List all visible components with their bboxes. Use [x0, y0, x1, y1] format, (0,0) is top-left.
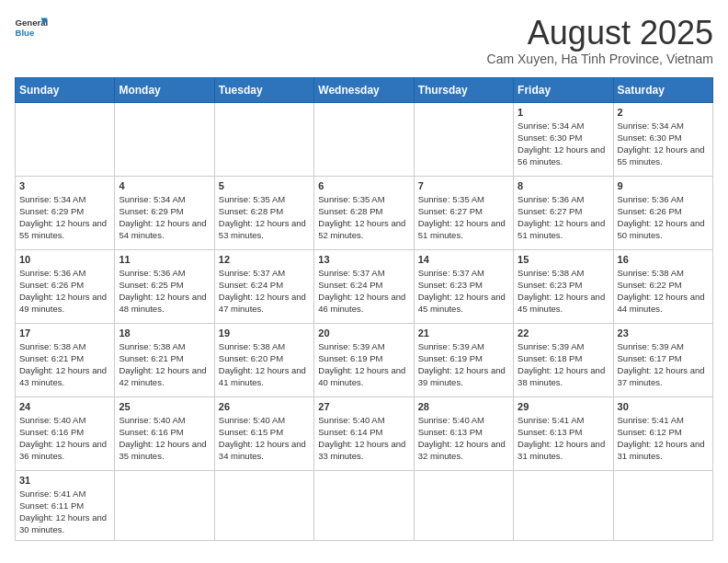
- calendar-cell: 11Sunrise: 5:36 AM Sunset: 6:25 PM Dayli…: [115, 249, 214, 323]
- day-number: 24: [19, 401, 110, 412]
- calendar-cell: [115, 470, 214, 540]
- logo-icon: General Blue: [15, 15, 48, 40]
- calendar-cell: 14Sunrise: 5:37 AM Sunset: 6:23 PM Dayli…: [414, 249, 513, 323]
- weekday-header-row: SundayMondayTuesdayWednesdayThursdayFrid…: [16, 77, 713, 102]
- calendar-title: August 2025: [487, 15, 713, 52]
- calendar-cell: 13Sunrise: 5:37 AM Sunset: 6:24 PM Dayli…: [314, 249, 414, 323]
- day-number: 21: [418, 327, 509, 339]
- day-number: 22: [518, 327, 609, 339]
- calendar-cell: 16Sunrise: 5:38 AM Sunset: 6:22 PM Dayli…: [613, 249, 712, 323]
- calendar-cell: 30Sunrise: 5:41 AM Sunset: 6:12 PM Dayli…: [613, 396, 712, 470]
- day-info: Sunrise: 5:37 AM Sunset: 6:24 PM Dayligh…: [318, 267, 409, 316]
- calendar-cell: 28Sunrise: 5:40 AM Sunset: 6:13 PM Dayli…: [414, 396, 513, 470]
- day-number: 13: [318, 254, 409, 265]
- weekday-header-wednesday: Wednesday: [314, 77, 414, 102]
- calendar-cell: 31Sunrise: 5:41 AM Sunset: 6:11 PM Dayli…: [16, 470, 115, 540]
- calendar-cell: 29Sunrise: 5:41 AM Sunset: 6:13 PM Dayli…: [514, 396, 613, 470]
- day-info: Sunrise: 5:41 AM Sunset: 6:12 PM Dayligh…: [618, 414, 709, 463]
- day-info: Sunrise: 5:38 AM Sunset: 6:22 PM Dayligh…: [618, 267, 709, 316]
- day-info: Sunrise: 5:40 AM Sunset: 6:16 PM Dayligh…: [119, 414, 210, 463]
- day-info: Sunrise: 5:38 AM Sunset: 6:23 PM Dayligh…: [518, 267, 609, 316]
- weekday-header-tuesday: Tuesday: [214, 77, 313, 102]
- day-info: Sunrise: 5:41 AM Sunset: 6:13 PM Dayligh…: [518, 414, 609, 463]
- week-row-5: 24Sunrise: 5:40 AM Sunset: 6:16 PM Dayli…: [16, 396, 713, 470]
- calendar-cell: 8Sunrise: 5:36 AM Sunset: 6:27 PM Daylig…: [514, 176, 613, 249]
- calendar-cell: 26Sunrise: 5:40 AM Sunset: 6:15 PM Dayli…: [214, 396, 313, 470]
- day-number: 28: [418, 401, 509, 412]
- day-info: Sunrise: 5:38 AM Sunset: 6:21 PM Dayligh…: [119, 340, 210, 389]
- calendar-cell: [115, 102, 214, 176]
- calendar-cell: [414, 102, 513, 176]
- day-number: 17: [19, 327, 110, 339]
- calendar-cell: 6Sunrise: 5:35 AM Sunset: 6:28 PM Daylig…: [314, 176, 414, 249]
- day-number: 19: [219, 327, 310, 339]
- day-number: 15: [518, 254, 609, 265]
- day-info: Sunrise: 5:36 AM Sunset: 6:25 PM Dayligh…: [119, 267, 210, 316]
- day-info: Sunrise: 5:34 AM Sunset: 6:29 PM Dayligh…: [119, 193, 210, 242]
- day-number: 25: [119, 401, 210, 412]
- calendar-cell: 21Sunrise: 5:39 AM Sunset: 6:19 PM Dayli…: [414, 323, 513, 396]
- day-number: 3: [19, 180, 110, 191]
- day-info: Sunrise: 5:35 AM Sunset: 6:27 PM Dayligh…: [418, 193, 509, 242]
- title-section: August 2025 Cam Xuyen, Ha Tinh Province,…: [487, 15, 713, 66]
- week-row-6: 31Sunrise: 5:41 AM Sunset: 6:11 PM Dayli…: [16, 470, 713, 540]
- calendar-table: SundayMondayTuesdayWednesdayThursdayFrid…: [15, 77, 713, 541]
- day-number: 9: [618, 180, 709, 191]
- day-number: 14: [418, 254, 509, 265]
- day-number: 1: [518, 107, 609, 118]
- calendar-cell: 4Sunrise: 5:34 AM Sunset: 6:29 PM Daylig…: [115, 176, 214, 249]
- day-info: Sunrise: 5:36 AM Sunset: 6:27 PM Dayligh…: [518, 193, 609, 242]
- day-number: 29: [518, 401, 609, 412]
- day-number: 11: [119, 254, 210, 265]
- day-number: 12: [219, 254, 310, 265]
- day-info: Sunrise: 5:37 AM Sunset: 6:24 PM Dayligh…: [219, 267, 310, 316]
- day-number: 7: [418, 180, 509, 191]
- day-info: Sunrise: 5:37 AM Sunset: 6:23 PM Dayligh…: [418, 267, 509, 316]
- calendar-cell: 9Sunrise: 5:36 AM Sunset: 6:26 PM Daylig…: [613, 176, 712, 249]
- calendar-cell: [214, 102, 313, 176]
- page-header: General Blue August 2025 Cam Xuyen, Ha T…: [15, 15, 713, 66]
- calendar-cell: [613, 470, 712, 540]
- calendar-cell: 7Sunrise: 5:35 AM Sunset: 6:27 PM Daylig…: [414, 176, 513, 249]
- day-info: Sunrise: 5:35 AM Sunset: 6:28 PM Dayligh…: [318, 193, 409, 242]
- calendar-cell: 18Sunrise: 5:38 AM Sunset: 6:21 PM Dayli…: [115, 323, 214, 396]
- weekday-header-saturday: Saturday: [613, 77, 712, 102]
- day-info: Sunrise: 5:40 AM Sunset: 6:14 PM Dayligh…: [318, 414, 409, 463]
- logo: General Blue: [15, 15, 48, 40]
- day-number: 2: [618, 107, 709, 118]
- calendar-cell: 25Sunrise: 5:40 AM Sunset: 6:16 PM Dayli…: [115, 396, 214, 470]
- day-number: 23: [618, 327, 709, 339]
- day-number: 30: [618, 401, 709, 412]
- day-info: Sunrise: 5:36 AM Sunset: 6:26 PM Dayligh…: [19, 267, 110, 316]
- week-row-3: 10Sunrise: 5:36 AM Sunset: 6:26 PM Dayli…: [16, 249, 713, 323]
- day-info: Sunrise: 5:34 AM Sunset: 6:30 PM Dayligh…: [518, 120, 609, 168]
- calendar-cell: 1Sunrise: 5:34 AM Sunset: 6:30 PM Daylig…: [514, 102, 613, 176]
- weekday-header-friday: Friday: [514, 77, 613, 102]
- day-info: Sunrise: 5:40 AM Sunset: 6:13 PM Dayligh…: [418, 414, 509, 463]
- day-number: 26: [219, 401, 310, 412]
- calendar-cell: 24Sunrise: 5:40 AM Sunset: 6:16 PM Dayli…: [16, 396, 115, 470]
- calendar-cell: 12Sunrise: 5:37 AM Sunset: 6:24 PM Dayli…: [214, 249, 313, 323]
- day-number: 27: [318, 401, 409, 412]
- day-info: Sunrise: 5:39 AM Sunset: 6:17 PM Dayligh…: [618, 340, 709, 389]
- weekday-header-sunday: Sunday: [16, 77, 115, 102]
- weekday-header-monday: Monday: [115, 77, 214, 102]
- day-info: Sunrise: 5:39 AM Sunset: 6:19 PM Dayligh…: [418, 340, 509, 389]
- day-info: Sunrise: 5:40 AM Sunset: 6:16 PM Dayligh…: [19, 414, 110, 463]
- day-number: 18: [119, 327, 210, 339]
- day-number: 5: [219, 180, 310, 191]
- day-info: Sunrise: 5:34 AM Sunset: 6:29 PM Dayligh…: [19, 193, 110, 242]
- calendar-subtitle: Cam Xuyen, Ha Tinh Province, Vietnam: [487, 52, 713, 66]
- calendar-cell: [414, 470, 513, 540]
- calendar-cell: 3Sunrise: 5:34 AM Sunset: 6:29 PM Daylig…: [16, 176, 115, 249]
- day-info: Sunrise: 5:41 AM Sunset: 6:11 PM Dayligh…: [19, 488, 110, 536]
- calendar-cell: [214, 470, 313, 540]
- calendar-cell: 22Sunrise: 5:39 AM Sunset: 6:18 PM Dayli…: [514, 323, 613, 396]
- day-number: 10: [19, 254, 110, 265]
- calendar-cell: 27Sunrise: 5:40 AM Sunset: 6:14 PM Dayli…: [314, 396, 414, 470]
- day-number: 4: [119, 180, 210, 191]
- calendar-cell: 5Sunrise: 5:35 AM Sunset: 6:28 PM Daylig…: [214, 176, 313, 249]
- week-row-4: 17Sunrise: 5:38 AM Sunset: 6:21 PM Dayli…: [16, 323, 713, 396]
- week-row-2: 3Sunrise: 5:34 AM Sunset: 6:29 PM Daylig…: [16, 176, 713, 249]
- day-number: 16: [618, 254, 709, 265]
